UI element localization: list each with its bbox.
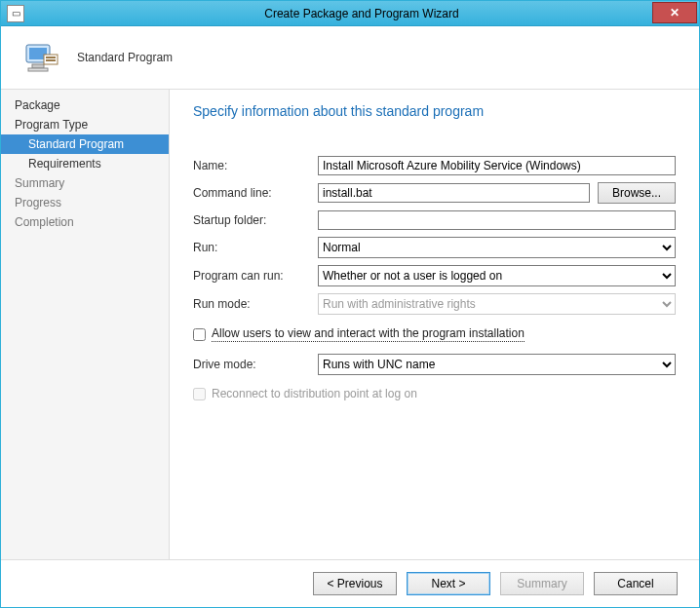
- label-drive: Drive mode:: [193, 358, 318, 371]
- browse-button[interactable]: Browse...: [598, 182, 676, 204]
- close-button[interactable]: ✕: [652, 2, 697, 23]
- allow-interact-checkbox[interactable]: [193, 328, 206, 341]
- previous-button[interactable]: < Previous: [313, 572, 397, 595]
- summary-button: Summary: [500, 572, 584, 595]
- row-run: Run: Normal: [193, 237, 676, 258]
- program-can-run-select[interactable]: Whether or not a user is logged on: [318, 265, 676, 286]
- label-canrun: Program can run:: [193, 269, 318, 283]
- sidebar-item-program-type[interactable]: Program Type: [1, 115, 169, 134]
- form-heading: Specify information about this standard …: [193, 103, 676, 119]
- label-name: Name:: [193, 159, 318, 172]
- svg-rect-5: [46, 57, 56, 58]
- row-canrun: Program can run: Whether or not a user i…: [193, 265, 676, 286]
- computer-icon: [22, 39, 59, 76]
- titlebar[interactable]: ▭ Create Package and Program Wizard ✕: [1, 1, 699, 26]
- wizard-steps: Package Program Type Standard Program Re…: [1, 90, 170, 559]
- row-reconnect: Reconnect to distribution point at log o…: [193, 387, 676, 400]
- label-runmode: Run mode:: [193, 297, 318, 311]
- sidebar-item-standard-program[interactable]: Standard Program: [1, 134, 169, 154]
- drive-mode-select[interactable]: Runs with UNC name: [318, 354, 676, 375]
- app-icon: ▭: [7, 5, 24, 22]
- sidebar-item-package[interactable]: Package: [1, 95, 169, 115]
- svg-rect-3: [28, 68, 48, 71]
- svg-rect-2: [32, 64, 44, 68]
- sidebar-item-summary[interactable]: Summary: [1, 173, 169, 193]
- page-title: Standard Program: [77, 51, 173, 64]
- startup-folder-field[interactable]: [318, 210, 676, 230]
- sidebar-item-completion[interactable]: Completion: [1, 212, 169, 232]
- next-button[interactable]: Next >: [407, 572, 490, 595]
- label-run: Run:: [193, 241, 318, 254]
- row-cmd: Command line: Browse...: [193, 182, 676, 204]
- wizard-window: ▭ Create Package and Program Wizard ✕ St…: [0, 0, 700, 608]
- reconnect-label: Reconnect to distribution point at log o…: [212, 387, 417, 400]
- sidebar-item-requirements[interactable]: Requirements: [1, 154, 169, 173]
- allow-interact-label: Allow users to view and interact with th…: [212, 326, 525, 342]
- wizard-header: Standard Program: [1, 26, 699, 89]
- sidebar-item-progress[interactable]: Progress: [1, 193, 169, 212]
- wizard-actions: < Previous Next > Summary Cancel: [1, 560, 699, 607]
- window-title: Create Package and Program Wizard: [24, 7, 699, 20]
- row-drive: Drive mode: Runs with UNC name: [193, 354, 676, 375]
- label-startup: Startup folder:: [193, 213, 318, 227]
- command-line-field[interactable]: [318, 183, 590, 203]
- cancel-button[interactable]: Cancel: [594, 572, 678, 595]
- name-field[interactable]: [318, 156, 676, 175]
- row-startup: Startup folder:: [193, 210, 676, 230]
- window-body: Standard Program Package Program Type St…: [1, 26, 699, 607]
- reconnect-checkbox: [193, 388, 206, 400]
- content-area: Package Program Type Standard Program Re…: [1, 89, 699, 560]
- label-cmd: Command line:: [193, 186, 318, 200]
- row-runmode: Run mode: Run with administrative rights: [193, 293, 676, 315]
- row-name: Name:: [193, 156, 676, 175]
- row-allow-interact[interactable]: Allow users to view and interact with th…: [193, 326, 676, 342]
- run-mode-select: Run with administrative rights: [318, 293, 676, 315]
- run-select[interactable]: Normal: [318, 237, 676, 258]
- svg-rect-6: [46, 59, 56, 61]
- form-panel: Specify information about this standard …: [170, 90, 699, 559]
